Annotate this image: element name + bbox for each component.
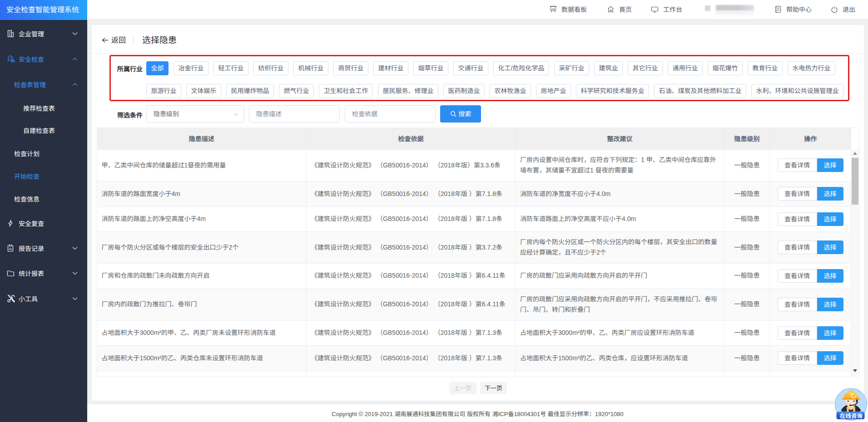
svg-text:在线咨询: 在线咨询 [840, 413, 863, 419]
